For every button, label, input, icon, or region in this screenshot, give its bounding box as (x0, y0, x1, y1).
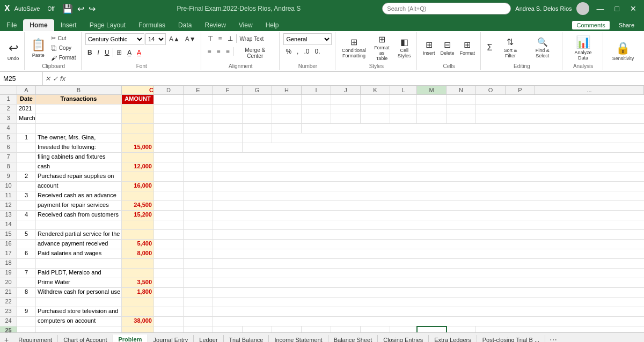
cell-A8[interactable] (17, 162, 36, 172)
cell-J3[interactable] (331, 114, 361, 123)
font-color-button[interactable]: A̲ (135, 47, 143, 58)
delete-cells-button[interactable]: ⊟ Delete (438, 39, 457, 57)
share-button[interactable]: Share (613, 21, 640, 29)
cell-B9[interactable]: Purchased repair supplies on (36, 172, 122, 181)
cell-M6[interactable] (213, 143, 243, 152)
add-sheet-button[interactable]: + (0, 334, 13, 343)
cell-D18[interactable] (154, 259, 184, 268)
cell-M2[interactable] (417, 105, 447, 114)
sheet-tab-chart-of-account[interactable]: Chart of Account (58, 335, 113, 343)
cell-B3[interactable] (36, 114, 122, 123)
cell-B1[interactable]: Transactions (36, 95, 122, 104)
sensitivity-button[interactable]: 🔒 Sensitivity (610, 40, 636, 62)
cell-M7[interactable] (184, 153, 213, 162)
align-top-button[interactable]: ⊤ (206, 33, 215, 44)
cell-B11[interactable]: Received cash as an advance (36, 191, 122, 200)
cell-M17[interactable] (184, 249, 213, 258)
cell-C5[interactable] (122, 133, 154, 143)
cell-C23[interactable] (122, 307, 154, 316)
cell-D20[interactable] (154, 278, 184, 287)
cell-M21[interactable] (184, 288, 213, 297)
formula-input[interactable] (68, 74, 644, 84)
cell-D15[interactable] (154, 230, 184, 239)
tab-insert[interactable]: Insert (54, 19, 83, 31)
cell-B15[interactable]: Rendered partial service for the (36, 230, 122, 239)
fill-color-button[interactable]: A̲ (125, 47, 134, 58)
decrease-font-button[interactable]: A▼ (183, 34, 198, 44)
cell-A15[interactable]: 5 (17, 230, 36, 239)
cell-M8[interactable] (184, 162, 213, 172)
col-header-M[interactable]: M (417, 86, 447, 94)
autosave-badge[interactable]: Off (44, 5, 57, 12)
cell-A24[interactable] (17, 317, 36, 326)
cell-M20[interactable] (184, 278, 213, 287)
cell-D23[interactable] (154, 307, 184, 316)
cell-A13[interactable]: 4 (17, 211, 36, 220)
cell-N2[interactable] (447, 105, 476, 114)
tab-review[interactable]: Review (198, 19, 232, 31)
cell-E4[interactable] (184, 124, 213, 133)
cell-E25[interactable] (184, 326, 213, 332)
save-icon[interactable]: 💾 (62, 4, 73, 14)
cell-M24[interactable] (184, 317, 213, 326)
cell-A1[interactable]: Date (17, 95, 36, 104)
cell-F3[interactable] (213, 114, 243, 123)
cell-N25[interactable] (447, 326, 476, 332)
cell-M14[interactable] (184, 220, 213, 229)
cell-C16[interactable]: 5,400 (122, 240, 154, 249)
tab-home[interactable]: Home (23, 19, 54, 31)
cell-A10[interactable] (17, 182, 36, 191)
cell-A11[interactable]: 3 (17, 191, 36, 200)
cell-B16[interactable]: advance payment received (36, 240, 122, 249)
cell-D5[interactable] (154, 133, 184, 143)
font-size-select[interactable]: 14 (145, 33, 166, 45)
cell-D8[interactable] (154, 162, 184, 172)
cell-D17[interactable] (154, 249, 184, 258)
cell-H3[interactable] (272, 114, 302, 123)
cell-I2[interactable] (302, 105, 331, 114)
cell-A21[interactable]: 8 (17, 288, 36, 297)
cell-E3[interactable] (184, 114, 213, 123)
cell-C21[interactable]: 1,800 (122, 288, 154, 297)
cell-J2[interactable] (331, 105, 361, 114)
sheet-tab-income-statement[interactable]: Income Statement (269, 335, 328, 343)
cell-C20[interactable]: 3,500 (122, 278, 154, 287)
cell-M19[interactable] (184, 269, 213, 278)
align-center-button[interactable]: ≡ (215, 46, 223, 57)
cell-A14[interactable] (17, 220, 36, 229)
cell-G3[interactable] (243, 114, 272, 123)
cell-K1[interactable] (361, 95, 390, 104)
cell-J25[interactable] (331, 326, 361, 332)
cell-H2[interactable] (272, 105, 302, 114)
cell-B2[interactable] (36, 105, 122, 114)
minimize-button[interactable]: — (594, 3, 608, 14)
cell-B6[interactable]: Invested the following: (36, 143, 122, 152)
cell-D1[interactable] (154, 95, 184, 104)
cell-C9[interactable] (122, 172, 154, 181)
cell-D16[interactable] (154, 240, 184, 249)
align-left-button[interactable]: ≡ (206, 46, 214, 57)
cell-B20[interactable]: Prime Water (36, 278, 122, 287)
cell-D14[interactable] (154, 220, 184, 229)
cell-N1[interactable] (447, 95, 476, 104)
cell-D21[interactable] (154, 288, 184, 297)
align-middle-button[interactable]: ≡ (216, 33, 224, 44)
cell-A6[interactable] (17, 143, 36, 152)
col-header-B[interactable]: B (36, 86, 122, 94)
tab-help[interactable]: Help (259, 19, 286, 31)
cell-M25[interactable] (417, 326, 447, 332)
cell-G1[interactable] (243, 95, 272, 104)
cell-D2[interactable] (154, 105, 184, 114)
cell-J1[interactable] (331, 95, 361, 104)
cell-C18[interactable] (122, 259, 154, 268)
cell-D3[interactable] (154, 114, 184, 123)
cell-D9[interactable] (154, 172, 184, 181)
cut-button[interactable]: ✂Cut (49, 34, 78, 43)
cell-C15[interactable] (122, 230, 154, 239)
tab-data[interactable]: Data (172, 19, 198, 31)
sheet-tab-ledger[interactable]: Ledger (194, 335, 223, 343)
find-select-button[interactable]: 🔍 Find & Select (526, 36, 559, 60)
cell-B18[interactable] (36, 259, 122, 268)
cell-B8[interactable]: cash (36, 162, 122, 172)
cell-C6[interactable]: 15,000 (122, 143, 154, 152)
